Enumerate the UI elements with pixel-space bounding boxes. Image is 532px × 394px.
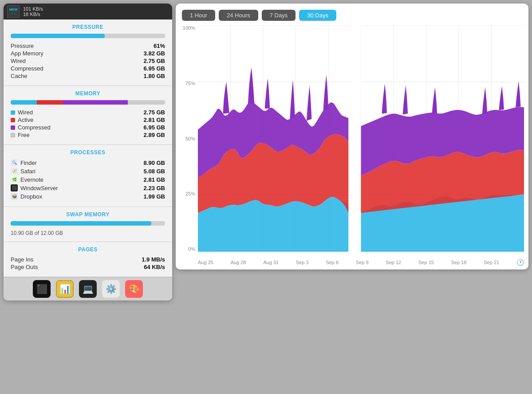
dock-icon-2[interactable]: 📊 (56, 280, 74, 298)
wired-dot (11, 110, 15, 115)
x-label-sep6: Sep 6 (326, 260, 339, 265)
pressure-label-2: Wired (11, 58, 26, 64)
evernote-icon: 🌿 (11, 176, 18, 183)
pressure-bar-fill (11, 34, 105, 38)
mem-icon: MEM ↑ ↓ (7, 5, 20, 18)
compressed-dot (11, 125, 15, 130)
free-value: 2.89 GB (144, 132, 165, 138)
memory-bar-wired (11, 100, 37, 105)
finder-label: Finder (20, 160, 37, 166)
pressure-label-0: Pressure (11, 43, 34, 49)
dropbox-icon: 📦 (11, 193, 18, 200)
dock-icon-5[interactable]: 🎨 (125, 280, 143, 298)
process-row-evernote: 🌿 Evernote 2.81 GB (11, 176, 165, 183)
pressure-value-4: 1.80 GB (144, 73, 165, 79)
swap-title: SWAP MEMORY (11, 211, 165, 218)
swap-section: SWAP MEMORY 10.90 GB of 12.00 GB (4, 207, 172, 242)
y-label-100: 100% (183, 25, 195, 31)
pressure-value-3: 6.95 GB (144, 65, 165, 72)
left-panel: MEM ↑ ↓ 101 KB/s 18 KB/s PRESSURE Pressu… (4, 4, 172, 300)
processes-title: PROCESSES (11, 149, 165, 156)
x-label-aug25: Aug 25 (198, 260, 213, 265)
compressed-label: Compressed (18, 124, 51, 131)
dock-icon-4[interactable]: ⚙️ (102, 280, 120, 298)
y-label-0: 0% (188, 246, 195, 252)
pages-title: PAGES (11, 246, 165, 253)
swap-bar-fill (11, 221, 151, 226)
active-label: Active (18, 117, 33, 123)
page-outs-label: Page Outs (11, 264, 38, 270)
memory-title: MEMORY (11, 90, 165, 97)
x-label-sep18: Sep 18 (451, 260, 467, 265)
dock-icon-1[interactable]: ⬛ (33, 280, 51, 298)
safari-icon: 🧭 (11, 168, 18, 175)
memory-bar-compressed (63, 100, 128, 105)
tab-24-hours[interactable]: 24 Hours (219, 10, 258, 21)
memory-legend-active: Active 2.81 GB (11, 117, 165, 123)
swap-text: 10.90 GB of 12.00 GB (11, 230, 165, 236)
dropbox-label: Dropbox (20, 193, 42, 200)
pressure-label-4: Cache (11, 73, 28, 79)
pressure-row-0: Pressure 61% (11, 43, 165, 49)
evernote-value: 2.81 GB (144, 176, 165, 183)
compressed-value: 6.95 GB (144, 124, 165, 131)
memory-bar-active (37, 100, 63, 105)
pressure-value-1: 3.82 GB (144, 50, 165, 57)
free-label: Free (18, 132, 30, 138)
finder-value: 8.90 GB (144, 160, 165, 166)
dropbox-value: 1.99 GB (144, 193, 165, 200)
stat-upload: 101 KB/s (23, 6, 43, 12)
dock: ⬛ 📊 💻 ⚙️ 🎨 (4, 277, 172, 300)
tab-30-days[interactable]: 30 Days (299, 10, 336, 21)
process-row-finder: 🔍 Finder 8.90 GB (11, 159, 165, 166)
safari-value: 5.08 GB (144, 168, 165, 175)
x-label-sep9: Sep 9 (356, 260, 369, 265)
process-row-windowserver: ⬛ WindowServer 2.23 GB (11, 184, 165, 191)
pressure-label-3: Compressed (11, 65, 43, 72)
memory-bar-free (128, 100, 165, 105)
processes-section: PROCESSES 🔍 Finder 8.90 GB 🧭 Safari 5.08… (4, 145, 172, 207)
tab-7-days[interactable]: 7 Days (262, 10, 296, 21)
swap-bar-container (11, 221, 165, 226)
finder-icon: 🔍 (11, 159, 18, 166)
x-label-aug28: Aug 28 (231, 260, 246, 265)
memory-bar (11, 100, 165, 105)
chart-area: 100% 75% 50% 25% 0% (176, 25, 528, 269)
pressure-row-3: Compressed 6.95 GB (11, 65, 165, 72)
page-ins-value: 1.9 MB/s (142, 256, 165, 263)
page-ins-label: Page Ins (11, 256, 33, 263)
pressure-value-2: 2.75 GB (144, 58, 165, 64)
stat-download: 18 KB/s (23, 12, 43, 17)
wired-label: Wired (18, 109, 33, 116)
svg-rect-14 (353, 25, 361, 252)
chart-svg (198, 25, 524, 252)
page-outs-row: Page Outs 64 KB/s (11, 264, 165, 270)
page-ins-row: Page Ins 1.9 MB/s (11, 256, 165, 263)
free-dot (11, 133, 15, 137)
evernote-label: Evernote (20, 176, 43, 183)
pressure-value-0: 61% (154, 43, 165, 49)
pressure-row-4: Cache 1.80 GB (11, 73, 165, 79)
tab-1-hour[interactable]: 1 Hour (182, 10, 215, 21)
active-dot (11, 118, 15, 122)
page-outs-value: 64 KB/s (144, 264, 165, 270)
memory-legend-compressed: Compressed 6.95 GB (11, 124, 165, 131)
process-row-dropbox: 📦 Dropbox 1.99 GB (11, 193, 165, 200)
y-labels: 100% 75% 50% 25% 0% (176, 25, 197, 252)
top-bar-stats: 101 KB/s 18 KB/s (23, 6, 43, 17)
windowserver-label: WindowServer (20, 185, 58, 191)
memory-legend-wired: Wired 2.75 GB (11, 109, 165, 116)
pressure-title: PRESSURE (11, 24, 165, 30)
pressure-row-2: Wired 2.75 GB (11, 58, 165, 64)
wired-value: 2.75 GB (144, 109, 165, 116)
clock-icon: 🕐 (516, 259, 524, 266)
pressure-label-1: App Memory (11, 50, 43, 57)
windowserver-value: 2.23 GB (144, 185, 165, 191)
dock-icon-3[interactable]: 💻 (79, 280, 97, 298)
x-label-sep15: Sep 15 (418, 260, 434, 265)
x-label-sep21: Sep 21 (484, 260, 499, 265)
pages-section: PAGES Page Ins 1.9 MB/s Page Outs 64 KB/… (4, 242, 172, 277)
safari-label: Safari (20, 168, 35, 175)
time-tabs: 1 Hour 24 Hours 7 Days 30 Days (176, 4, 528, 25)
y-label-75: 75% (185, 81, 195, 86)
